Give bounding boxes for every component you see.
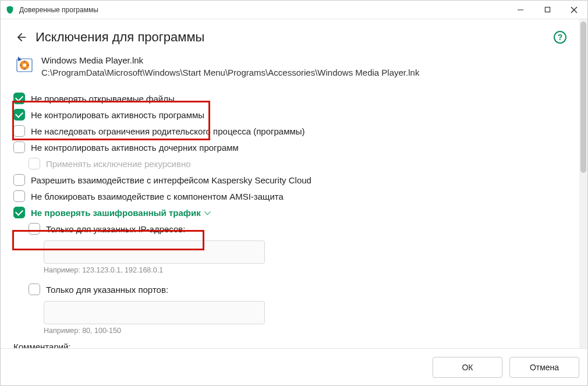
maximize-button[interactable] (534, 1, 561, 19)
checkbox-apply-recursive (29, 158, 40, 169)
app-path: C:\ProgramData\Microsoft\Windows\Start M… (41, 68, 419, 77)
label-no-inherit-parent: Не наследовать ограничения родительского… (31, 126, 305, 136)
checkbox-only-ports[interactable] (29, 284, 40, 295)
label-allow-ksc-interact: Разрешить взаимодействие с интерфейсом K… (31, 175, 311, 185)
back-button[interactable] (13, 30, 29, 45)
window-title: Доверенные программы (19, 6, 507, 14)
minimize-button[interactable] (507, 1, 534, 19)
app-shield-icon (5, 5, 15, 15)
app-name: Windows Media Player.lnk (41, 55, 419, 65)
checkbox-only-ips[interactable] (29, 223, 40, 235)
page-title: Исключения для программы (36, 30, 554, 45)
checkbox-no-scan-encrypted[interactable] (13, 207, 25, 218)
checkbox-no-inherit-parent[interactable] (13, 125, 25, 137)
label-apply-recursive: Применять исключение рекурсивно (46, 159, 191, 169)
label-no-scan-encrypted-text: Не проверять зашифрованный трафик (31, 208, 201, 218)
scrollbar-thumb[interactable] (580, 22, 586, 173)
checkbox-no-scan-opened[interactable] (13, 93, 25, 104)
label-only-ips: Только для указанных IP-адресов: (46, 224, 186, 234)
label-no-scan-opened: Не проверять открываемые файлы (31, 94, 175, 104)
footer: ОК Отмена (1, 348, 587, 385)
comment-label-cutoff: Комментарий: (13, 342, 566, 348)
content-area: Исключения для программы ? Windows Media… (1, 19, 579, 348)
svg-rect-1 (545, 7, 550, 12)
label-no-monitor-child: Не контролировать активность дочерних пр… (31, 143, 239, 153)
checkbox-allow-ksc-interact[interactable] (13, 174, 25, 186)
checkbox-no-block-amsi[interactable] (13, 190, 25, 202)
label-only-ports: Только для указанных портов: (46, 285, 168, 295)
ip-hint: Например: 123.123.0.1, 192.168.0.1 (44, 266, 566, 274)
ok-button[interactable]: ОК (433, 357, 502, 378)
cancel-button[interactable]: Отмена (509, 357, 579, 378)
svg-point-6 (23, 63, 26, 67)
titlebar: Доверенные программы (1, 1, 587, 19)
label-no-monitor-activity: Не контролировать активность программы (31, 110, 204, 120)
scrollbar-track[interactable] (579, 19, 587, 348)
app-icon (16, 55, 34, 74)
chevron-down-icon (204, 208, 210, 215)
ip-addresses-input[interactable] (44, 240, 265, 264)
checkbox-no-monitor-activity[interactable] (13, 109, 25, 121)
ports-input[interactable] (44, 301, 265, 324)
label-no-scan-encrypted[interactable]: Не проверять зашифрованный трафик (31, 208, 209, 218)
checkbox-no-monitor-child[interactable] (13, 141, 25, 153)
label-no-block-amsi: Не блокировать взаимодействие с компонен… (31, 192, 284, 201)
close-button[interactable] (561, 1, 587, 19)
help-icon[interactable]: ? (554, 31, 566, 44)
port-hint: Например: 80, 100-150 (44, 327, 566, 335)
